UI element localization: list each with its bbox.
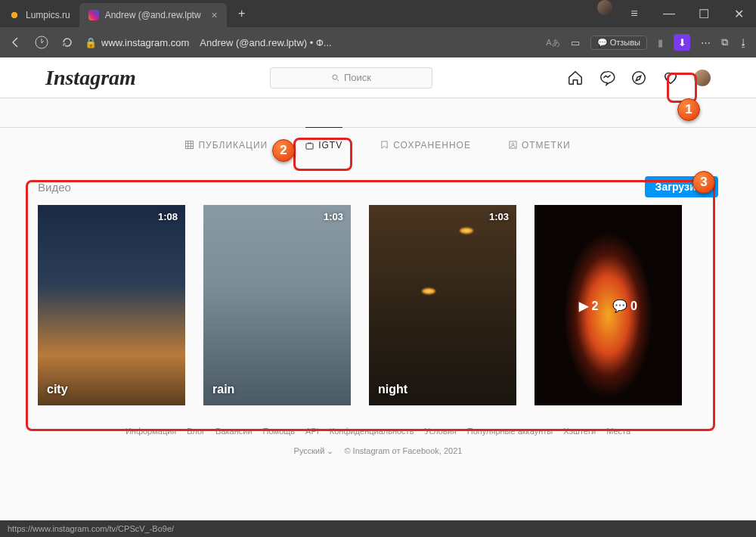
footer-link[interactable]: Хэштеги [563,427,596,436]
close-window-button[interactable]: ✕ [721,0,756,27]
video-thumbnail[interactable]: ▶ 2 💬 0 [534,205,682,405]
svg-point-11 [512,143,514,145]
profile-avatar[interactable] [694,70,711,86]
tab-saved[interactable]: СОХРАНЕННОЕ [380,127,471,163]
tv-icon [305,141,314,150]
tab-title: Lumpics.ru [26,10,70,20]
video-title: night [378,383,407,396]
url-domain: www.instagram.com [101,37,189,48]
video-thumbnail[interactable]: 1:03 night [369,205,516,405]
back-button[interactable] [8,34,24,51]
section-title: Видео [38,181,71,194]
page-content: Instagram Поиск ПУБЛИКАЦИИ IGTV СОХРАНЕН… [0,57,756,520]
more-icon[interactable]: ⋯ [701,37,711,48]
footer-link[interactable]: Конфиденциальность [330,427,414,436]
tagged-icon [509,141,517,149]
footer-link[interactable]: Места [606,427,631,436]
tab-title: Andrew (@and.rew.lptw [105,10,201,20]
maximize-button[interactable]: ☐ [686,0,721,27]
video-duration: 1:08 [158,211,178,222]
messenger-icon[interactable] [599,70,615,86]
new-tab-button[interactable]: + [231,3,253,24]
url-box[interactable]: 🔒 www.instagram.com Andrew (@and.rew.lpt… [85,37,332,48]
footer-link[interactable]: Популярные аккаунты [467,427,553,436]
instagram-logo[interactable]: Instagram [45,66,136,90]
footer-links: Информация Блог Вакансии Помощь API Конф… [0,427,756,436]
svg-point-3 [633,71,646,84]
tab-tagged[interactable]: ОТМЕТКИ [509,127,571,163]
footer-link[interactable]: Информация [125,427,176,436]
favicon-lumpics [9,10,20,20]
video-duration: 1:03 [489,211,509,222]
footer-link[interactable]: Вакансии [215,427,253,436]
footer-link[interactable]: Помощь [263,427,296,436]
instagram-header: Instagram Поиск [0,57,756,98]
yandex-icon[interactable] [33,34,50,51]
comment-count: 💬 0 [612,298,637,312]
url-page-title: Andrew (@and.rew.lptw) • Ф... [200,37,331,48]
search-input[interactable]: Поиск [270,67,432,88]
igtv-section: Видео Загрузить 1:08 city 1:03 rain 1:03… [30,170,726,416]
footer-link[interactable]: Блог [187,427,205,436]
reviews-badge[interactable]: 💬 Отзывы [590,36,647,50]
search-icon [332,74,339,82]
reader-icon[interactable]: ▭ [571,37,580,48]
profile-tabs: ПУБЛИКАЦИИ IGTV СОХРАНЕННОЕ ОТМЕТКИ [0,127,756,163]
video-thumbnail[interactable]: 1:03 rain [203,205,351,405]
tab-igtv[interactable]: IGTV [305,127,342,163]
footer-link[interactable]: API [305,427,319,436]
svg-rect-9 [306,143,313,148]
browser-titlebar: Lumpics.ru Andrew (@and.rew.lptw × + ≡ —… [0,0,756,27]
bookmark-icon[interactable]: ▮ [658,37,663,48]
status-url: https://www.instagram.com/tv/CPScV_-Bo9e… [8,524,174,533]
video-title: rain [212,383,234,396]
download-icon[interactable]: ⬇ [674,34,690,51]
video-grid: 1:08 city 1:03 rain 1:03 night ▶ 2 💬 0 [38,205,718,405]
language-selector[interactable]: Русский ⌄ [294,446,334,456]
video-hover-stats: ▶ 2 💬 0 [579,298,637,312]
play-count: ▶ 2 [579,298,598,312]
reload-button[interactable] [59,34,76,51]
instagram-nav [567,70,711,86]
copyright: © Instagram от Facebook, 2021 [344,446,462,456]
footer-link[interactable]: Условия [424,427,456,436]
browser-tab-inactive[interactable]: Lumpics.ru [0,3,79,27]
extensions-icon[interactable]: ⧉ [721,36,728,48]
annotation-marker-3: 3 [692,171,715,194]
svg-point-1 [333,75,337,79]
browser-statusbar: https://www.instagram.com/tv/CPScV_-Bo9e… [0,520,756,537]
svg-rect-4 [186,141,194,148]
annotation-marker-2: 2 [272,139,295,162]
browser-profile-avatar[interactable] [597,0,612,15]
downloads-icon[interactable]: ⭳ [739,37,748,48]
video-thumbnail[interactable]: 1:08 city [38,205,185,405]
browser-tab-active[interactable]: Andrew (@and.rew.lptw × [79,3,227,27]
translate-icon[interactable]: Aあ [546,37,559,48]
minimize-button[interactable]: — [652,0,686,27]
browser-addressbar: 🔒 www.instagram.com Andrew (@and.rew.lpt… [0,27,756,57]
heart-icon[interactable] [662,70,679,86]
close-icon[interactable]: × [212,9,218,21]
video-title: city [47,383,68,396]
tab-posts[interactable]: ПУБЛИКАЦИИ [185,127,268,163]
annotation-marker-1: 1 [677,98,700,121]
search-placeholder: Поиск [344,72,371,83]
explore-icon[interactable] [631,70,647,86]
video-duration: 1:03 [324,211,343,222]
svg-line-2 [337,79,339,81]
bookmark-icon [380,141,389,149]
home-icon[interactable] [567,70,584,86]
grid-icon [185,141,194,149]
page-footer: Информация Блог Вакансии Помощь API Конф… [0,427,756,456]
menu-icon[interactable]: ≡ [617,0,652,27]
favicon-instagram [88,10,99,20]
lock-icon: 🔒 [85,37,97,48]
chevron-down-icon: ⌄ [327,446,333,455]
